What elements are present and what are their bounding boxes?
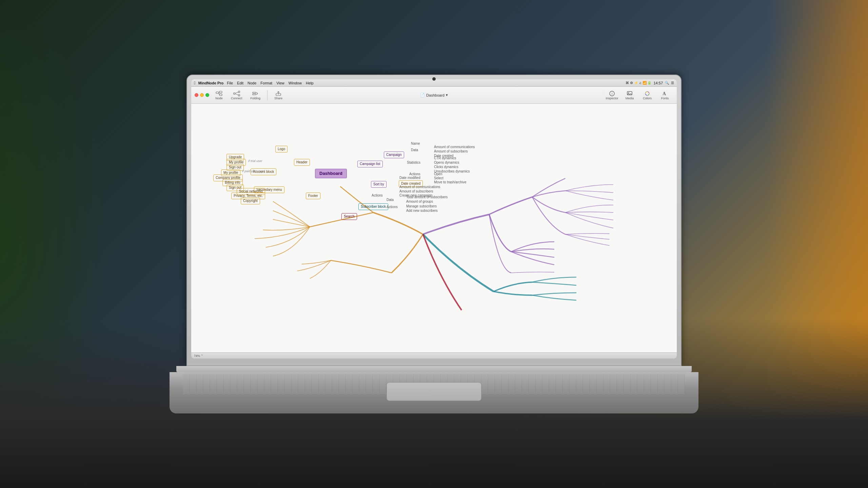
inspector-icon: i — [608, 90, 616, 97]
node-select: Select — [434, 176, 443, 180]
spotlight-icon[interactable]: ☰ — [671, 81, 674, 85]
svg-point-19 — [645, 92, 649, 96]
node-sort-by[interactable]: Sort by — [371, 181, 387, 188]
toolbar-separator — [267, 90, 268, 100]
laptop-base — [170, 366, 698, 413]
svg-text:A: A — [663, 91, 666, 96]
maximize-button[interactable] — [205, 93, 209, 97]
screen-bezel:  MindNode Pro File Edit Node Format Vie… — [191, 79, 677, 359]
campaign-label: Campaign — [384, 151, 404, 158]
menu-node[interactable]: Node — [248, 81, 256, 85]
laptop:  MindNode Pro File Edit Node Format Vie… — [170, 75, 698, 413]
inspector-button[interactable]: i Inspector — [604, 90, 620, 101]
svg-line-9 — [235, 94, 238, 95]
menubar-clock: 14:57 — [653, 81, 663, 85]
fonts-button[interactable]: A Fonts — [656, 90, 673, 101]
svg-line-4 — [219, 93, 219, 95]
share-label: Share — [274, 97, 282, 100]
laptop-bottom — [170, 372, 698, 413]
menu-file[interactable]: File — [227, 81, 233, 85]
node-dashboard[interactable]: Dashboard — [315, 169, 347, 178]
fonts-icon: A — [661, 90, 669, 97]
node-subscriber-block[interactable]: Subscriber block — [358, 203, 388, 210]
node-logo[interactable]: Logo — [275, 146, 288, 152]
node-move-trash: Move to trash/archive — [434, 180, 467, 184]
connect-label: Connect — [231, 97, 242, 100]
menubar-icons: ⌘ ⚙ ⚡ ♫ 📶 🔋 — [626, 81, 651, 85]
node-total-amount: Total amount of subscribers — [406, 195, 448, 199]
connect-icon — [233, 90, 240, 97]
menu-edit[interactable]: Edit — [237, 81, 243, 85]
copyright-label: Copyright — [241, 198, 260, 204]
node-statistics: Statistics — [407, 161, 420, 164]
node-label: Node — [215, 97, 223, 100]
connect-button[interactable]: Connect — [228, 90, 245, 101]
node-search[interactable]: Search — [341, 213, 357, 220]
menu-help[interactable]: Help — [306, 81, 314, 85]
window-title: 📄 Dashboard ▾ — [420, 93, 448, 97]
node-data-1: Data — [411, 148, 418, 152]
campaign-list-label: Campaign list — [357, 161, 383, 167]
node-clicks: Clicks dynamics — [434, 165, 458, 169]
node-footer[interactable]: Footer — [306, 192, 320, 199]
mindmap-canvas[interactable]: Dashboard Header Logo Account block — [191, 104, 677, 352]
svg-point-7 — [238, 94, 240, 96]
dashboard-label: Dashboard — [315, 169, 347, 178]
menubar-items: File Edit Node Format View Window Help — [227, 81, 313, 85]
apple-icon:  — [194, 80, 196, 85]
menu-view[interactable]: View — [276, 81, 284, 85]
trackpad[interactable] — [387, 382, 481, 401]
node-actions-campaign: Actions — [409, 172, 420, 176]
subscriber-block-label: Subscriber block — [358, 203, 388, 210]
node-actions-sub: Actions — [387, 205, 398, 209]
node-opens: Opens dynamics — [434, 161, 459, 164]
share-button[interactable]: Share — [272, 90, 285, 101]
node-open: Open — [434, 172, 442, 176]
toolbar-buttons: Node — [213, 90, 285, 101]
statusbar: 74% ⌃ — [191, 352, 677, 359]
node-amount-groups: Amount of groups — [406, 200, 433, 203]
media-button[interactable]: Media — [621, 90, 638, 101]
svg-rect-0 — [216, 92, 219, 94]
menu-window[interactable]: Window — [289, 81, 302, 85]
title-icon: 📄 — [420, 93, 425, 97]
node-button[interactable]: Node — [213, 90, 225, 101]
folding-button[interactable]: Folding — [248, 90, 263, 101]
svg-point-5 — [233, 93, 235, 94]
menu-format[interactable]: Format — [260, 81, 272, 85]
svg-point-17 — [628, 92, 629, 93]
search-icon[interactable]: 🔍 — [665, 81, 669, 85]
svg-rect-10 — [253, 92, 256, 93]
svg-line-8 — [235, 92, 238, 93]
footer-label: Footer — [306, 192, 320, 199]
node-amount-comm-2: Amount of communications — [399, 185, 440, 189]
node-add-subs: Add new subscribers — [406, 209, 438, 212]
webcam — [432, 77, 436, 81]
share-icon — [275, 90, 282, 97]
node-name: Name — [411, 142, 420, 145]
node-actions-2: Actions — [372, 194, 383, 197]
media-icon — [626, 90, 633, 97]
logo-label: Logo — [275, 146, 288, 152]
colors-button[interactable]: Colors — [639, 90, 656, 101]
toolbar-right: i Inspector — [604, 90, 673, 101]
node-header[interactable]: Header — [294, 159, 310, 166]
close-button[interactable] — [195, 93, 198, 97]
node-amount-subs-1: Amount of subscribers — [434, 149, 468, 153]
node-icon — [215, 90, 223, 97]
title-text: Dashboard — [426, 93, 445, 97]
minimize-button[interactable] — [200, 93, 204, 97]
node-campaign-list[interactable]: Campaign list — [357, 161, 383, 167]
node-campaign[interactable]: Campaign — [384, 151, 404, 158]
header-label: Header — [294, 159, 310, 166]
folding-label: Folding — [251, 97, 261, 100]
svg-text:i: i — [612, 92, 612, 96]
node-if-trial-tag: if trial user — [248, 159, 262, 163]
zoom-icon: ⌃ — [201, 354, 203, 358]
svg-rect-1 — [219, 91, 222, 93]
node-amount-comm-1: Amount of communications — [434, 145, 475, 149]
node-copyright[interactable]: Copyright — [241, 198, 260, 204]
colors-label: Colors — [643, 97, 652, 100]
title-chevron-icon: ▾ — [446, 93, 448, 97]
laptop-lid:  MindNode Pro File Edit Node Format Vie… — [186, 75, 682, 366]
